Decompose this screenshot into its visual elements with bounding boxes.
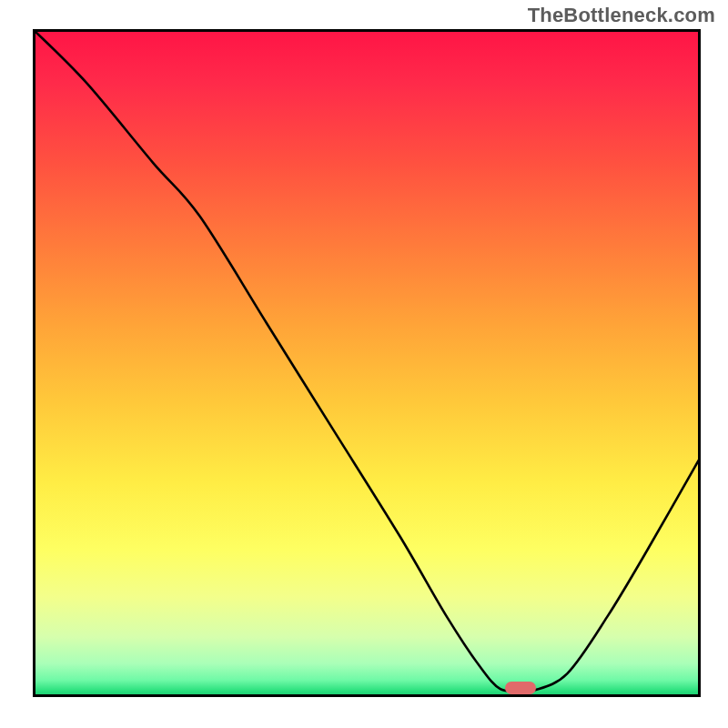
plot-area: [33, 29, 701, 697]
optimal-point-marker: [505, 682, 536, 694]
watermark-text: TheBottleneck.com: [528, 4, 715, 27]
chart-container: TheBottleneck.com: [0, 0, 728, 728]
bottleneck-curve: [33, 29, 701, 697]
